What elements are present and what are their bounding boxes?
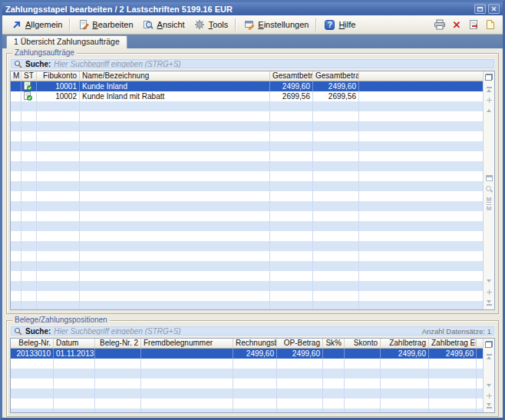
table-row-empty[interactable] [11,111,483,121]
column-header-skonto[interactable]: Skonto [345,339,381,348]
table-row-empty[interactable] [11,161,483,171]
column-header-op_betrag[interactable]: OP-Betrag [277,339,323,348]
cell-fill [359,111,483,121]
menu-bar: Allgemein Bearbeiten Ansicht Tools Einst… [2,15,503,35]
search-bar-lower[interactable]: Suche: Hier Suchbegriff eingeben (STRG+S… [10,326,495,336]
cell-gesamtbetrag_euro [313,191,359,201]
menu-item-ansicht[interactable]: Ansicht [138,18,190,31]
table-row-empty[interactable] [11,301,483,309]
cell-zahlbetrag_euro [429,359,477,369]
scroll-up-icon[interactable] [484,106,494,115]
column-header-fibukonto[interactable]: Fibukonto [37,71,80,81]
table-row-empty[interactable] [11,211,483,221]
table-row-empty[interactable] [11,231,483,241]
scroll-last-icon[interactable] [484,402,494,411]
scroll-down-icon[interactable] [484,276,494,286]
table-row-empty[interactable] [11,281,483,291]
menu-item-bearbeiten[interactable]: Bearbeiten [73,18,137,31]
row-append-icon[interactable] [484,287,494,296]
zoom-search-icon[interactable] [484,184,494,193]
table-row-empty[interactable] [11,121,483,131]
column-header-beleg_nr[interactable]: Beleg-Nr. [11,339,54,348]
table-row-empty[interactable] [11,201,483,211]
table-row-empty[interactable] [11,389,483,399]
table-row-empty[interactable] [11,261,483,271]
table-row-empty[interactable] [11,171,483,181]
column-header-name[interactable]: Name/Bezeichnung [80,71,270,81]
column-header-fremdbelegnummer[interactable]: Fremdbelegnummer [141,339,233,348]
table-row-empty[interactable] [11,369,483,379]
search-icon [14,327,22,336]
table-row[interactable]: 10002Kunde Inland mit Rabatt2699,562699,… [11,91,483,101]
menu-item-allgemein[interactable]: Allgemein [6,18,67,31]
cell-m [11,191,21,201]
close-icon[interactable]: ✕ [488,4,500,14]
cell-st [21,161,37,171]
row-insert-icon[interactable] [484,95,494,104]
column-header-beleg_nr2[interactable]: Beleg-Nr. 2 [95,339,141,348]
cell-rechnungsbetrag [233,389,277,399]
table-row-empty[interactable] [11,359,483,369]
restore-icon[interactable] [474,4,486,14]
table-row-empty[interactable] [11,141,483,151]
table-row-empty[interactable] [11,291,483,301]
tab-uebersicht-zahlungsauftraege[interactable]: 1 Übersicht Zahlungsaufträge [6,35,127,48]
print-icon[interactable] [431,17,448,33]
cell-fibukonto: 10002 [37,91,80,101]
table-row-empty[interactable] [11,251,483,261]
table-row-empty[interactable] [11,151,483,161]
delete-icon[interactable]: ✕ [448,17,465,33]
cell-fibukonto [37,211,80,221]
table-row-empty[interactable] [11,241,483,251]
menu-item-hilfe[interactable]: ? Hilfe [319,18,360,31]
cell-fibukonto [37,191,80,201]
group-title: Zahlungsaufträge [12,48,77,57]
document-export-icon[interactable] [465,17,482,33]
column-chooser-icon[interactable] [484,72,494,81]
cell-st [21,261,37,271]
search-icon [14,60,22,68]
cell-fill [359,141,483,151]
new-document-icon[interactable] [482,17,499,33]
column-header-rechnungsbetrag[interactable]: Rechnungsbetrag [233,339,277,348]
table-row-empty[interactable] [11,399,483,408]
column-header-sk[interactable]: Sk% [323,339,345,348]
search-bar-upper[interactable]: Suche: Hier Suchbegriff eingeben (STRG+S… [10,58,495,69]
column-header-gesamtbetrag[interactable]: Gesamtbetrag [270,71,313,81]
row-append-icon[interactable] [484,391,494,400]
cell-gesamtbetrag_euro [313,111,359,121]
memo-icon[interactable]: M [484,195,494,204]
form-view-icon[interactable] [484,174,494,183]
table-row[interactable]: 10001Kunde Inland2499,602499,60 [11,81,483,91]
cell-sk [323,359,345,369]
scroll-first-icon[interactable] [484,84,494,94]
memo-alt-icon[interactable]: M [484,204,494,213]
table-row-empty[interactable] [11,221,483,231]
column-header-zahlbetrag[interactable]: Zahlbetrag [381,339,429,348]
scroll-down-icon[interactable] [484,381,494,390]
column-header-datum[interactable]: Datum [54,339,95,348]
table-row-empty[interactable] [11,101,483,111]
cell-m [11,261,21,271]
table-row[interactable]: 2013301001.11.2013 /Fr2499,602499,602499… [11,349,483,359]
column-header-zahlbetrag_euro[interactable]: Zahlbetrag Euro [429,339,477,348]
column-header-st[interactable]: ST [21,71,37,81]
cell-zahlbetrag_euro [429,379,477,389]
menu-item-tools[interactable]: Tools [190,18,233,31]
table-row-empty[interactable] [11,408,483,412]
table-row-empty[interactable] [11,181,483,191]
scroll-first-icon[interactable] [484,352,494,361]
table-row-empty[interactable] [11,271,483,281]
menu-item-einstellungen[interactable]: Einstellungen [239,18,313,31]
column-header-m[interactable]: M [11,71,21,81]
table-row-empty[interactable] [11,131,483,141]
cell-name [80,131,270,141]
scroll-last-icon[interactable] [484,299,494,308]
table-row-empty[interactable] [11,379,483,389]
table-row-empty[interactable] [11,191,483,201]
cell-fibukonto [37,221,80,231]
column-header-gesamtbetrag_euro[interactable]: Gesamtbetrag Euro [313,71,359,81]
column-chooser-icon[interactable] [484,339,494,349]
cell-sk [323,399,345,408]
cell-fill [477,369,483,379]
